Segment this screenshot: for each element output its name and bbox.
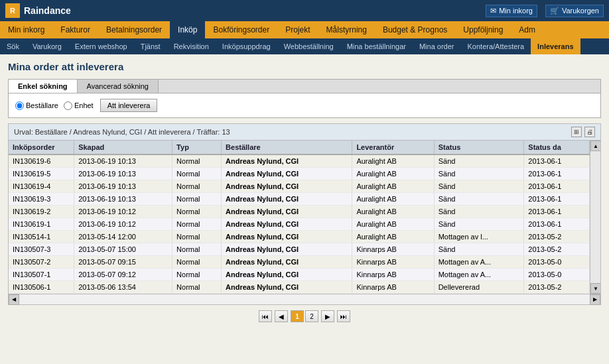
nav-fakturor[interactable]: Fakturor bbox=[52, 21, 98, 38]
result-icons: ⊞ 🖨 bbox=[571, 127, 595, 137]
page-2-btn[interactable]: 2 bbox=[305, 310, 318, 322]
scroll-right-arrow[interactable]: ▶ bbox=[590, 294, 600, 305]
logo-icon: R bbox=[5, 3, 20, 18]
nav-betalningsorder[interactable]: Betalningsorder bbox=[98, 21, 170, 38]
radio-bestallare-input[interactable] bbox=[15, 101, 24, 110]
cell-statusda: 2013-05-2 bbox=[524, 281, 590, 294]
subnav-mina-bestallningar[interactable]: Mina beställningar bbox=[340, 38, 413, 54]
min-inkorg-btn[interactable]: ✉ Min inkorg bbox=[486, 5, 537, 17]
varukorgen-label: Varukorgen bbox=[562, 7, 599, 15]
cell-typ: Normal bbox=[172, 243, 222, 256]
cell-bestallare: Andreas Nylund, CGI bbox=[222, 269, 352, 281]
print-icon[interactable]: 🖨 bbox=[584, 127, 595, 137]
tab-avancerad-sokning[interactable]: Avancerad sökning bbox=[78, 80, 159, 93]
table-row[interactable]: IN130619-2 2013-06-19 10:12 Normal Andre… bbox=[9, 206, 590, 218]
cell-status: Sänd bbox=[434, 243, 524, 256]
scroll-up-arrow[interactable]: ▲ bbox=[590, 141, 601, 151]
table-row[interactable]: IN130619-1 2013-06-19 10:12 Normal Andre… bbox=[9, 218, 590, 231]
cell-typ: Normal bbox=[172, 168, 222, 180]
cell-order: IN130507-1 bbox=[9, 269, 74, 281]
nav-malstyrning[interactable]: Målstyrning bbox=[318, 21, 375, 38]
subnav-inleverans[interactable]: Inleverans bbox=[531, 38, 580, 54]
th-statusda: Status da bbox=[524, 141, 590, 154]
nav-projekt[interactable]: Projekt bbox=[277, 21, 318, 38]
subnav-inkopsuppdrag[interactable]: Inköpsuppdrag bbox=[216, 38, 277, 54]
cell-typ: Normal bbox=[172, 206, 222, 218]
nav-uppfoljning[interactable]: Uppföljning bbox=[455, 21, 511, 38]
tab-enkel-sokning[interactable]: Enkel sökning bbox=[9, 80, 78, 93]
cell-bestallare: Andreas Nylund, CGI bbox=[222, 218, 352, 231]
cell-order: IN130619-1 bbox=[9, 218, 74, 231]
cell-status: Mottagen av A... bbox=[434, 269, 524, 281]
subnav-tjanst[interactable]: Tjänst bbox=[134, 38, 167, 54]
subnav-rekvisition[interactable]: Rekvisition bbox=[167, 38, 216, 54]
tab-content: Beställare Enhet Att inleverera bbox=[9, 93, 600, 117]
scroll-down-arrow[interactable]: ▼ bbox=[590, 283, 601, 294]
cell-skapad: 2013-05-07 09:12 bbox=[74, 269, 172, 281]
vertical-scrollbar[interactable]: ▲ ▼ bbox=[590, 141, 600, 294]
radio-bestallare[interactable]: Beställare bbox=[15, 101, 58, 110]
cell-statusda: 2013-06-1 bbox=[524, 218, 590, 231]
nav-adm[interactable]: Adm bbox=[511, 21, 543, 38]
table-row[interactable]: IN130619-4 2013-06-19 10:13 Normal Andre… bbox=[9, 180, 590, 193]
cell-typ: Normal bbox=[172, 281, 222, 294]
page-next-btn[interactable]: ▶ bbox=[321, 310, 334, 322]
cell-typ: Normal bbox=[172, 180, 222, 193]
table-row[interactable]: IN130507-3 2013-05-07 15:00 Normal Andre… bbox=[9, 243, 590, 256]
header-buttons: ✉ Min inkorg 🛒 Varukorgen bbox=[486, 5, 604, 17]
table-row[interactable]: IN130619-5 2013-06-19 10:13 Normal Andre… bbox=[9, 168, 590, 180]
subnav-extern-webshop[interactable]: Extern webshop bbox=[68, 38, 134, 54]
cell-skapad: 2013-05-14 12:00 bbox=[74, 231, 172, 243]
scroll-left-arrow[interactable]: ◀ bbox=[9, 294, 19, 305]
inbox-icon: ✉ bbox=[490, 7, 496, 15]
page-1-btn[interactable]: 1 bbox=[291, 310, 304, 322]
cell-skapad: 2013-06-19 10:12 bbox=[74, 206, 172, 218]
att-inleverera-button[interactable]: Att inleverera bbox=[100, 99, 158, 112]
primary-nav: Min inkorg Fakturor Betalningsorder Inkö… bbox=[0, 21, 609, 38]
scroll-track[interactable] bbox=[19, 294, 590, 304]
page-prev-btn[interactable]: ◀ bbox=[275, 310, 288, 322]
horizontal-scrollbar[interactable]: ◀ ▶ bbox=[8, 294, 601, 305]
table-row[interactable]: IN130619-3 2013-06-19 10:13 Normal Andre… bbox=[9, 193, 590, 206]
cell-statusda: 2013-05-0 bbox=[524, 269, 590, 281]
subnav-webbestallning[interactable]: Webbeställning bbox=[277, 38, 340, 54]
cell-statusda: 2013-06-1 bbox=[524, 180, 590, 193]
table-row[interactable]: IN130506-1 2013-05-06 13:54 Normal Andre… bbox=[9, 281, 590, 294]
varukorgen-btn[interactable]: 🛒 Varukorgen bbox=[545, 5, 604, 17]
cell-status: Mottagen av l... bbox=[434, 231, 524, 243]
cell-typ: Normal bbox=[172, 218, 222, 231]
table-row[interactable]: IN130514-1 2013-05-14 12:00 Normal Andre… bbox=[9, 231, 590, 243]
page-last-btn[interactable]: ⏭ bbox=[337, 310, 350, 322]
cell-skapad: 2013-06-19 10:13 bbox=[74, 154, 172, 168]
cell-leverantor: Kinnarps AB bbox=[352, 256, 434, 269]
subnav-kontera-attestera[interactable]: Kontera/Attestera bbox=[461, 38, 531, 54]
page-title: Mina order att inleverera bbox=[8, 61, 601, 72]
cell-typ: Normal bbox=[172, 269, 222, 281]
subnav-varukorg[interactable]: Varukorg bbox=[26, 38, 68, 54]
subnav-sok[interactable]: Sök bbox=[0, 38, 26, 54]
cell-leverantor: Auralight AB bbox=[352, 218, 434, 231]
table-row[interactable]: IN130507-1 2013-05-07 09:12 Normal Andre… bbox=[9, 269, 590, 281]
logo: R Raindance bbox=[5, 3, 71, 18]
radio-enhet[interactable]: Enhet bbox=[64, 101, 94, 110]
cell-bestallare: Andreas Nylund, CGI bbox=[222, 206, 352, 218]
radio-enhet-input[interactable] bbox=[64, 101, 72, 110]
subnav-mina-order[interactable]: Mina order bbox=[413, 38, 461, 54]
nav-bokforingsorder[interactable]: Bokföringsorder bbox=[205, 21, 277, 38]
nav-min-inkorg[interactable]: Min inkorg bbox=[0, 21, 52, 38]
logo-text: Raindance bbox=[24, 5, 71, 16]
cell-statusda: 2013-05-2 bbox=[524, 243, 590, 256]
page-numbers: 1 2 bbox=[291, 310, 318, 322]
table-row[interactable]: IN130619-6 2013-06-19 10:13 Normal Andre… bbox=[9, 154, 590, 168]
cell-bestallare: Andreas Nylund, CGI bbox=[222, 180, 352, 193]
page-first-btn[interactable]: ⏮ bbox=[259, 310, 272, 322]
export-icon[interactable]: ⊞ bbox=[571, 127, 582, 137]
nav-inkop[interactable]: Inköp bbox=[170, 21, 205, 38]
th-typ: Typ bbox=[172, 141, 222, 154]
cell-bestallare: Andreas Nylund, CGI bbox=[222, 256, 352, 269]
cell-bestallare: Andreas Nylund, CGI bbox=[222, 231, 352, 243]
table-row[interactable]: IN130507-2 2013-05-07 09:15 Normal Andre… bbox=[9, 256, 590, 269]
nav-budget-prognos[interactable]: Budget & Prognos bbox=[375, 21, 455, 38]
cell-statusda: 2013-06-1 bbox=[524, 206, 590, 218]
th-leverantor: Leverantör bbox=[352, 141, 434, 154]
